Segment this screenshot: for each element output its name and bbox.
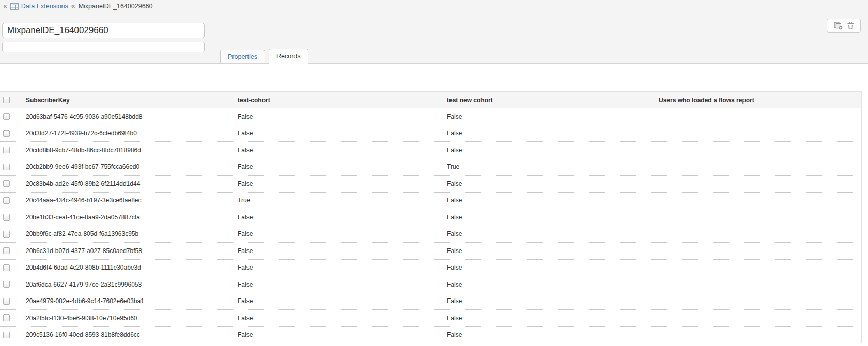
cell-test-new-cohort: True (447, 163, 659, 170)
records-table: SubscriberKey test-cohort test new cohor… (0, 91, 862, 343)
cell-subscriber-key: 20cdd8b8-9cb7-48db-86cc-8fdc7018986d (26, 147, 238, 154)
table-row[interactable]: 20af6dca-6627-4179-97ce-2a31c9996053Fals… (0, 276, 861, 293)
table-row[interactable]: 20a2f5fc-f130-4be6-9f38-10e710e95d60Fals… (0, 310, 861, 327)
cell-test-new-cohort: False (447, 180, 659, 187)
cell-subscriber-key: 20bb9f6c-af82-47ea-805d-f6a13963c95b (26, 230, 238, 238)
breadcrumb-separator: « (71, 2, 75, 10)
row-checkbox[interactable] (3, 332, 10, 338)
table-header-row: SubscriberKey test-cohort test new cohor… (0, 92, 861, 108)
cell-subscriber-key: 20d63baf-5476-4c95-9036-a90e5148bdd8 (26, 113, 238, 120)
cell-test-new-cohort: False (447, 314, 659, 322)
cell-subscriber-key: 20d3fd27-172f-4939-b72c-6cfedb69f4b0 (26, 130, 238, 137)
row-checkbox[interactable] (3, 130, 10, 137)
copy-icon[interactable] (834, 22, 843, 30)
table-row[interactable]: 20d63baf-5476-4c95-9036-a90e5148bdd8Fals… (0, 108, 861, 125)
cell-subscriber-key: 20a2f5fc-f130-4be6-9f38-10e710e95d60 (26, 314, 238, 322)
table-row[interactable]: 209c5136-16f0-40ed-8593-81b8fe8dd6ccFals… (0, 327, 861, 344)
cell-test-cohort: False (238, 214, 447, 221)
cell-subscriber-key: 20cb2bb9-9ee6-493f-bc67-755fcca66ed0 (26, 163, 238, 170)
table-body: 20d63baf-5476-4c95-9036-a90e5148bdd8Fals… (0, 108, 861, 343)
row-checkbox[interactable] (3, 281, 10, 288)
tab-bar: Properties Records (220, 49, 312, 64)
cell-test-cohort: False (238, 297, 447, 305)
breadcrumb-data-extensions-link[interactable]: Data Extensions (21, 3, 68, 10)
data-extension-name-input[interactable] (2, 23, 205, 38)
row-checkbox[interactable] (3, 231, 10, 238)
cell-subscriber-key: 20ae4979-082e-4db6-9c14-7602e6e03ba1 (26, 297, 238, 305)
table-row[interactable]: 20c83b4b-ad2e-45f0-89b2-6f2114dd1d44Fals… (0, 176, 861, 193)
row-checkbox[interactable] (3, 247, 10, 254)
cell-test-new-cohort: False (447, 147, 659, 154)
table-row[interactable]: 20d3fd27-172f-4939-b72c-6cfedb69f4b0Fals… (0, 125, 861, 143)
cell-subscriber-key: 20af6dca-6627-4179-97ce-2a31c9996053 (26, 281, 238, 288)
table-row[interactable]: 20bb9f6c-af82-47ea-805d-f6a13963c95bFals… (0, 226, 861, 243)
cell-test-new-cohort: False (447, 331, 659, 338)
row-checkbox[interactable] (3, 147, 10, 153)
table-row[interactable]: 20cb2bb9-9ee6-493f-bc67-755fcca66ed0Fals… (0, 159, 861, 176)
cell-test-new-cohort: False (447, 297, 659, 305)
cell-test-cohort: False (238, 331, 447, 338)
cell-subscriber-key: 209c5136-16f0-40ed-8593-81b8fe8dd6cc (26, 331, 238, 338)
cell-test-cohort: False (238, 247, 447, 255)
cell-subscriber-key: 20be1b33-ceaf-41ce-8aa9-2da057887cfa (26, 214, 238, 221)
breadcrumb: « Data Extensions « MixpanelDE_164002966… (3, 2, 153, 11)
cell-test-cohort: True (238, 197, 447, 204)
row-checkbox[interactable] (3, 214, 10, 221)
table-row[interactable]: 20c44aaa-434c-4946-b197-3e3ce6fae8ecTrue… (0, 193, 861, 210)
table-row[interactable]: 20b6c31d-b07d-4377-a027-85c0aed7bf58Fals… (0, 243, 861, 260)
records-toolbar: SubscriberKey ▾ ? Import Export Edit Rec… (0, 64, 868, 91)
cell-test-cohort: False (238, 130, 447, 137)
row-checkbox[interactable] (3, 197, 10, 204)
column-header-test-new-cohort[interactable]: test new cohort (447, 97, 659, 104)
cell-test-cohort: False (238, 230, 447, 238)
cell-test-new-cohort: False (447, 113, 659, 120)
row-checkbox[interactable] (3, 264, 10, 271)
column-header-test-cohort[interactable]: test-cohort (238, 97, 447, 104)
row-checkbox[interactable] (3, 180, 10, 187)
cell-subscriber-key: 20c44aaa-434c-4946-b197-3e3ce6fae8ec (26, 197, 238, 204)
cell-test-new-cohort: False (447, 230, 659, 238)
table-row[interactable]: 20b4d6f4-6dad-4c20-808b-1111e30abe3dFals… (0, 260, 861, 277)
table-row[interactable]: 20cdd8b8-9cb7-48db-86cc-8fdc7018986dFals… (0, 142, 861, 159)
table-row[interactable]: 20ae4979-082e-4db6-9c14-7602e6e03ba1Fals… (0, 293, 861, 310)
data-extension-grid-icon (10, 3, 19, 10)
page-header: « Data Extensions « MixpanelDE_164002966… (0, 0, 868, 64)
row-checkbox[interactable] (3, 314, 10, 321)
cell-test-new-cohort: False (447, 247, 659, 255)
cell-test-cohort: False (238, 163, 447, 170)
cell-test-new-cohort: False (447, 264, 659, 271)
tab-records[interactable]: Records (269, 49, 308, 64)
cell-test-new-cohort: False (447, 214, 659, 221)
cell-test-new-cohort: False (447, 281, 659, 288)
breadcrumb-current-page: MixpanelDE_1640029660 (79, 3, 153, 10)
row-checkbox[interactable] (3, 113, 10, 120)
cell-subscriber-key: 20c83b4b-ad2e-45f0-89b2-6f2114dd1d44 (26, 180, 238, 187)
data-extension-description-input[interactable] (2, 42, 205, 52)
column-header-subscriberkey[interactable]: SubscriberKey (26, 97, 238, 104)
column-header-users-flows-report[interactable]: Users who loaded a flows report (659, 97, 861, 104)
row-checkbox[interactable] (3, 298, 10, 305)
cell-test-cohort: False (238, 113, 447, 120)
cell-subscriber-key: 20b6c31d-b07d-4377-a027-85c0aed7bf58 (26, 247, 238, 255)
cell-test-new-cohort: False (447, 197, 659, 204)
header-action-buttons (827, 19, 861, 33)
row-checkbox[interactable] (3, 164, 10, 170)
cell-test-cohort: False (238, 147, 447, 154)
cell-test-new-cohort: False (447, 130, 659, 137)
cell-test-cohort: False (238, 314, 447, 322)
cell-subscriber-key: 20b4d6f4-6dad-4c20-808b-1111e30abe3d (26, 264, 238, 271)
back-chevron-icon[interactable]: « (3, 2, 7, 10)
select-all-checkbox[interactable] (3, 97, 10, 103)
table-row[interactable]: 20be1b33-ceaf-41ce-8aa9-2da057887cfaFals… (0, 209, 861, 226)
cell-test-cohort: False (238, 281, 447, 288)
tab-properties[interactable]: Properties (220, 50, 265, 64)
delete-icon[interactable] (847, 22, 854, 29)
cell-test-cohort: False (238, 264, 447, 271)
cell-test-cohort: False (238, 180, 447, 187)
